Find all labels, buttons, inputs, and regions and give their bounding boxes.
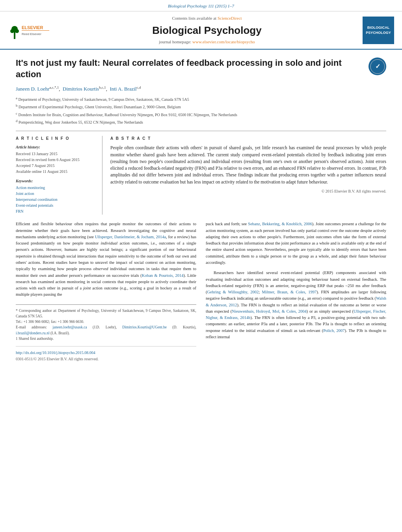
article-info-label: A R T I C L E I N F O [16,136,96,141]
top-header: Biological Psychology 111 (2015) 1–7 [0,0,402,11]
ref-ullsperger[interactable]: Ullsperger, Danielmeier, & Jocham, 2014a [95,235,166,239]
bio-psych-logo-line2: PSYCHOLOGY [366,30,391,35]
elsevier-logo: ELSEVIER Reed Elsevier [8,19,51,42]
keyword-1[interactable]: Action monitoring [16,185,96,191]
body-two-col: Efficient and flexible behaviour often r… [16,221,386,362]
footnote-corresponding: * Corresponding author at: Department of… [16,308,196,319]
author-kourtis[interactable]: Dimitrios Kourtis [63,86,99,92]
ref-miltner[interactable]: Miltner, Braun, & Coles, 1997 [262,290,316,294]
bio-psych-logo-line1: BIOLOGICAL [367,25,390,30]
svg-rect-6 [22,30,49,31]
issn: 0301-0511/© 2015 Elsevier B.V. All right… [16,357,99,361]
journal-center: Contents lists available at ScienceDirec… [59,15,355,45]
svg-text:Reed Elsevier: Reed Elsevier [22,32,41,36]
email-loehr[interactable]: janeen.loehr@usask.ca [52,325,87,329]
affiliation-c: c Donders Institute for Brain, Cognition… [16,111,386,118]
keyword-5[interactable]: FRN [16,209,96,214]
homepage-line: journal homepage: www.elsevier.com/locat… [59,39,355,45]
authors-line: Janeen D. Loehra,c,*,1, Dimitrios Kourti… [16,85,386,93]
footnote-area: * Corresponding author at: Department of… [16,304,196,342]
keyword-4[interactable]: Event-related potentials [16,203,96,208]
footnote-shared: 1 Shared first authorship. [16,336,196,341]
svg-text:ELSEVIER: ELSEVIER [22,25,43,30]
article-footer: http://dx.doi.org/10.1016/j.biopsycho.20… [16,346,196,362]
email-brazil[interactable]: i.brazil@donders.ru.nl [16,331,50,335]
revised-date: Received in revised form 6 August 2015 [16,157,96,163]
ref-walsh[interactable]: Walsh & Anderson, 2012 [206,296,386,307]
abstract-col: A B S T R A C T People often coordinate … [110,136,386,215]
journal-title: Biological Psychology [59,23,355,37]
affiliation-d: d Pompestichting, Weg door Jonkerbos 55,… [16,119,386,125]
article-title: It's not just my fault: Neural correlate… [16,57,363,80]
copyright-line: © 2015 Elsevier B.V. All rights reserved… [110,189,386,194]
ref-nieuwenhuis[interactable]: Nieuwenhuis, Holroyd, Mol, & Coles, 2004 [232,309,307,313]
journal-citation: Biological Psychology 111 (2015) 1–7 [168,4,234,8]
contents-line: Contents lists available at ScienceDirec… [59,15,355,21]
keyword-2[interactable]: Joint action [16,191,96,196]
article-info-col: A R T I C L E I N F O Article history: R… [16,136,102,215]
ref-polich[interactable]: Polich, 2007 [323,328,344,333]
affiliation-a: a Department of Psychology, University o… [16,96,386,102]
available-date: Available online 11 August 2015 [16,169,96,174]
received-date: Received 13 January 2015 [16,151,96,157]
bio-psych-logo: BIOLOGICAL PSYCHOLOGY [363,17,394,44]
crossmark-badge: ✓ [368,57,386,75]
abstract-text: People often coordinate their actions wi… [110,145,386,185]
abstract-label: A B S T R A C T [110,136,386,141]
svg-text:✓: ✓ [375,63,380,70]
body-para-right-1: puck back and forth; see Sebanz, Bekkeri… [206,221,386,266]
keywords-section: Keywords: Action monitoring Joint action… [16,178,96,214]
affiliations: a Department of Psychology, University o… [16,96,386,125]
keyword-3[interactable]: Interpersonal coordination [16,197,96,202]
sciencedirect-link[interactable]: ScienceDirect [218,16,242,20]
homepage-url[interactable]: www.elsevier.com/locate/biopsycho [192,39,255,44]
footnote-tel: Tel.: +1 306 966 6082; fax: +1 306 966 6… [16,319,196,324]
keywords-title: Keywords: [16,178,96,184]
history-title: Article history: [16,145,96,150]
article-title-section: It's not just my fault: Neural correlate… [16,57,386,80]
affiliation-b: b Department of Experimental Psychology,… [16,103,386,110]
ref-koban[interactable]: Koban & Pourtois, 2014 [142,273,184,278]
body-para-right-2: Researchers have identified several even… [206,270,386,340]
svg-point-4 [15,29,19,33]
author-brazil[interactable]: Inti A. Brazil [110,86,136,92]
ref-gehring[interactable]: Gehring & Willoughby, 2002 [207,290,259,294]
page-wrapper: Biological Psychology 111 (2015) 1–7 ELS… [0,0,402,370]
accepted-date: Accepted 7 August 2015 [16,163,96,169]
doi-link[interactable]: http://dx.doi.org/10.1016/j.biopsycho.20… [16,350,95,355]
info-abstract-section: A R T I C L E I N F O Article history: R… [16,131,386,215]
article-content: It's not just my fault: Neural correlate… [0,50,402,370]
footnote-email: E-mail addresses: janeen.loehr@usask.ca … [16,324,196,336]
body-col-left: Efficient and flexible behaviour often r… [16,221,196,362]
journal-header: ELSEVIER Reed Elsevier Contents lists av… [0,11,402,50]
ref-sebanz[interactable]: Sebanz, Bekkering, & Knoblich, 2006 [248,222,312,226]
author-loehr[interactable]: Janeen D. Loehr [16,86,50,92]
email-kourtis[interactable]: Dimitrios.Kourtis@UGent.be [122,325,167,329]
body-para-1: Efficient and flexible behaviour often r… [16,221,196,298]
body-col-right: puck back and forth; see Sebanz, Bekkeri… [206,221,386,362]
svg-point-3 [10,29,14,33]
